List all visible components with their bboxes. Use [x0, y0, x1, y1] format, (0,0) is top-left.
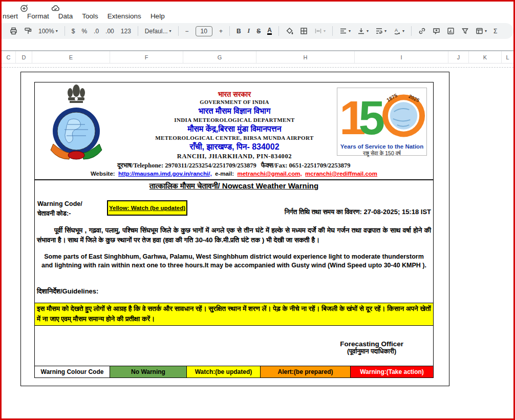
issue-datetime: निर्गत तिथि तथा समय का विवरण: 27-08-2025… [285, 208, 431, 216]
toolbar-separator [411, 26, 412, 36]
toolbar-separator [138, 26, 138, 36]
column-header-h[interactable]: H [256, 51, 355, 63]
number-format-button[interactable]: 123 [121, 28, 131, 35]
text-rotation-icon: A [393, 27, 401, 35]
filter-icon [461, 27, 469, 35]
merge-cells-button[interactable]: ▾ [314, 27, 326, 35]
phone-fax-line: दूरभाष/Telephone: 2970311/2253254/225170… [35, 162, 433, 170]
horizontal-align-button[interactable]: ▾ [339, 27, 351, 35]
column-header-g[interactable]: G [183, 51, 256, 63]
forecasting-officer-signature: Forecasting Officer (पूर्वानुमान पदाधिका… [340, 340, 403, 355]
insert-comment-button[interactable] [433, 27, 440, 35]
functions-button[interactable]: Σ [493, 28, 497, 35]
city-english: RANCHI, JHARKHAND, PIN-834002 [117, 152, 352, 160]
chevron-down-icon: ▾ [324, 29, 326, 33]
decrease-font-size-button[interactable]: − [185, 28, 189, 35]
chart-icon [447, 27, 455, 35]
column-headers: C D E F G H I J K L [2, 50, 513, 64]
insert-link-button[interactable] [418, 27, 426, 35]
menu-tools[interactable]: Tools [82, 12, 98, 20]
percent-format-button[interactable]: % [81, 28, 87, 35]
column-header-e[interactable]: E [32, 51, 110, 63]
city-hindi: राँची, झारखण्ड, पिन- 834002 [117, 141, 352, 152]
menu-bar: nsert Format Data Tools Extensions Help [3, 12, 165, 20]
chevron-down-icon: ▾ [349, 29, 351, 33]
warning-colour-code-table: Warning Colour Code No Warning Watch:(be… [35, 366, 433, 377]
menu-extensions[interactable]: Extensions [108, 12, 141, 20]
menu-help[interactable]: Help [151, 12, 165, 20]
strikethrough-button[interactable]: S [256, 28, 261, 35]
zoom-control[interactable]: 100% ▾ [38, 28, 58, 35]
insert-chart-button[interactable] [447, 27, 455, 35]
merge-cells-icon [314, 27, 322, 35]
toolbar-separator [278, 26, 279, 36]
google-sheets-window: nsert Format Data Tools Extensions Help … [0, 0, 515, 420]
email-link-2[interactable]: mcranchi@rediffmail.com [305, 171, 377, 177]
text-rotation-button[interactable]: A ▾ [393, 27, 404, 35]
column-header-k[interactable]: K [469, 51, 502, 63]
currency-format-button[interactable]: $ [72, 28, 75, 35]
increase-decimal-button[interactable]: .00 [105, 28, 114, 35]
fill-color-icon [286, 27, 293, 35]
gov-of-india-english: GOVERNMENT OF INDIA [117, 99, 352, 106]
website-email-line: Website: http://mausam.imd.gov.in/ranchi… [35, 171, 433, 177]
column-header-c[interactable]: C [2, 51, 16, 63]
text-wrap-button[interactable]: ▾ [375, 27, 387, 35]
borders-button[interactable] [300, 27, 308, 35]
officer-title-hi: (पूर्वानुमान पदाधिकारी) [340, 348, 403, 355]
guidelines-text: इस मौसम को देखते हुए लोगों से आग्रह है क… [35, 303, 433, 326]
header-divider [35, 179, 433, 180]
increase-font-size-button[interactable]: + [219, 28, 223, 35]
column-header-j[interactable]: J [448, 51, 469, 63]
comment-icon [433, 27, 440, 35]
create-filter-button[interactable] [461, 27, 469, 35]
menu-insert[interactable]: nsert [3, 12, 18, 20]
logo150-tagline-en: Years of Service to the Nation [337, 143, 426, 150]
column-header-l[interactable]: L [502, 51, 513, 63]
ashoka-emblem-icon [68, 85, 85, 103]
fax-numbers: फैक्स/Fax: 0651-2251709/2253879 [261, 162, 351, 169]
warning-bulletin: भारत सरकार GOVERNMENT OF INDIA भारत मौसम… [34, 82, 434, 378]
menu-format[interactable]: Format [27, 12, 49, 20]
imd-logo [49, 83, 103, 161]
warning-code-badge: Yellow: Watch (be updated) [107, 200, 187, 216]
table-views-button[interactable]: ▾ [476, 27, 487, 35]
print-button[interactable] [10, 27, 17, 35]
chevron-down-icon: ▾ [367, 29, 369, 33]
bold-button[interactable]: B [237, 28, 241, 35]
page-break-line [2, 67, 513, 68]
toolbar-separator [229, 26, 230, 36]
fill-color-button[interactable] [286, 27, 293, 35]
italic-button[interactable]: I [248, 27, 250, 35]
warning-code-label-en: Warning Code/ [37, 199, 82, 209]
telephone-numbers: दूरभाष/Telephone: 2970311/2253254/225170… [117, 162, 256, 169]
paint-format-button[interactable] [24, 27, 32, 35]
menu-data[interactable]: Data [58, 12, 73, 20]
toolbar-separator [332, 26, 333, 36]
vertical-align-button[interactable]: ▾ [357, 27, 369, 35]
centre-hindi: मौसम केंद्र,बिरसा मुंडा विमानपत्तन [117, 123, 352, 134]
gov-of-india-hindi: भारत सरकार [117, 90, 352, 99]
text-color-button[interactable]: A [267, 27, 272, 35]
chevron-down-icon: ▾ [56, 29, 58, 33]
colour-code-yellow-cell: Watch:(be updated) [187, 366, 261, 377]
paint-format-icon [24, 27, 32, 35]
warning-code-label: Warning Code/ चेतावनी कोड:- [37, 199, 82, 219]
font-size-input[interactable]: 10 [196, 26, 212, 36]
email-link-1[interactable]: metranchi@gmail.com, [237, 171, 302, 177]
imd-english: INDIA METEOROLOGICAL DEPARTMENT [117, 116, 352, 123]
decrease-decimal-button[interactable]: .0 [94, 28, 99, 35]
logo150-tagline-hi: राष्ट्र सेवा के 150 वर्ष [337, 150, 426, 156]
centre-english: METEOROLOGICAL CENTRE, BIRSA MUNDA AIRPO… [117, 134, 352, 141]
issue-datetime-value: 27-08-2025; 15:18 IST [363, 208, 431, 216]
imd-hindi: भारत मौसम विज्ञान विभाग [117, 106, 352, 116]
column-header-d[interactable]: D [16, 51, 32, 63]
column-header-f[interactable]: F [110, 51, 183, 63]
letterhead: भारत सरकार GOVERNMENT OF INDIA भारत मौसम… [117, 90, 352, 160]
font-family-selector[interactable]: Defaul... ▾ [145, 28, 171, 35]
align-left-icon [339, 27, 347, 35]
column-header-i[interactable]: I [355, 51, 448, 63]
document-title: तात्कालिक मौसम चेतावनी/ Nowcast Weather … [35, 181, 433, 191]
website-link[interactable]: http://mausam.imd.gov.in/ranchi/, [118, 171, 212, 177]
document-page[interactable]: भारत सरकार GOVERNMENT OF INDIA भारत मौसम… [20, 72, 449, 386]
